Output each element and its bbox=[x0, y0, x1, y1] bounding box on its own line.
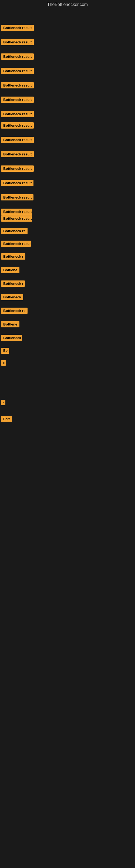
bottleneck-label-row-15: Bottleneck result bbox=[1, 215, 32, 223]
bottleneck-label-5: Bottleneck result bbox=[1, 82, 34, 88]
bottleneck-label-11: Bottleneck result bbox=[1, 165, 34, 172]
bottleneck-label-24: Bottleneck bbox=[1, 335, 22, 341]
bottleneck-label-row-19: Bottlene bbox=[1, 267, 19, 274]
bottleneck-label-17: Bottleneck result bbox=[1, 241, 31, 247]
bottleneck-label-1: Bottleneck result bbox=[1, 25, 34, 31]
bottleneck-label-row-9: Bottleneck result bbox=[1, 137, 34, 144]
bottleneck-label-14: Bottleneck result bbox=[1, 209, 32, 215]
bottleneck-label-row-2: Bottleneck result bbox=[1, 39, 34, 46]
bottleneck-label-row-16: Bottleneck re bbox=[1, 228, 28, 235]
bottleneck-label-21: Bottleneck bbox=[1, 294, 23, 300]
bottleneck-label-15: Bottleneck result bbox=[1, 215, 32, 222]
bottleneck-label-13: Bottleneck result bbox=[1, 194, 34, 200]
bottleneck-label-6: Bottleneck result bbox=[1, 97, 34, 103]
bottleneck-label-25: Bo bbox=[1, 348, 9, 354]
bottleneck-label-row-25: Bo bbox=[1, 348, 9, 355]
bottleneck-label-row-28: · bbox=[1, 400, 5, 406]
bottleneck-label-18: Bottleneck r bbox=[1, 253, 26, 259]
bottleneck-label-29: Bott bbox=[1, 416, 12, 422]
bottleneck-label-23: Bottlene bbox=[1, 321, 19, 328]
bottleneck-label-row-5: Bottleneck result bbox=[1, 82, 34, 90]
bottleneck-label-8: Bottleneck result bbox=[1, 122, 34, 129]
site-title: TheBottlenecker.com bbox=[0, 0, 135, 9]
bottleneck-label-row-14: Bottleneck result bbox=[1, 209, 32, 216]
bottleneck-label-19: Bottlene bbox=[1, 267, 19, 273]
bottleneck-label-row-20: Bottleneck r bbox=[1, 280, 25, 288]
bottleneck-label-7: Bottleneck result bbox=[1, 111, 34, 117]
bottleneck-label-10: Bottleneck result bbox=[1, 151, 34, 157]
bottleneck-label-row-21: Bottleneck bbox=[1, 294, 23, 301]
bottleneck-label-row-26: B bbox=[1, 360, 6, 367]
bottleneck-label-row-1: Bottleneck result bbox=[1, 25, 34, 32]
bottleneck-label-9: Bottleneck result bbox=[1, 137, 34, 143]
bottleneck-label-26: B bbox=[1, 360, 6, 366]
bottleneck-label-row-17: Bottleneck result bbox=[1, 241, 31, 248]
bottleneck-label-2: Bottleneck result bbox=[1, 39, 34, 45]
bottleneck-label-20: Bottleneck r bbox=[1, 280, 25, 287]
bottleneck-label-row-3: Bottleneck result bbox=[1, 54, 34, 61]
bottleneck-label-3: Bottleneck result bbox=[1, 54, 34, 60]
bottleneck-label-row-23: Bottlene bbox=[1, 321, 19, 329]
bottleneck-label-row-8: Bottleneck result bbox=[1, 122, 34, 130]
bottleneck-label-row-29: Bott bbox=[1, 416, 12, 423]
bottleneck-label-row-11: Bottleneck result bbox=[1, 165, 34, 173]
bottleneck-label-row-6: Bottleneck result bbox=[1, 97, 34, 104]
bottleneck-label-row-13: Bottleneck result bbox=[1, 194, 34, 202]
bottleneck-label-row-24: Bottleneck bbox=[1, 335, 22, 342]
bottleneck-label-row-18: Bottleneck r bbox=[1, 253, 26, 261]
bottleneck-label-28: · bbox=[1, 400, 5, 405]
bottleneck-label-row-12: Bottleneck result bbox=[1, 180, 34, 187]
bottleneck-label-22: Bottleneck re bbox=[1, 308, 28, 314]
bottleneck-label-row-7: Bottleneck result bbox=[1, 111, 34, 118]
bottleneck-label-row-10: Bottleneck result bbox=[1, 151, 34, 158]
bottleneck-label-row-4: Bottleneck result bbox=[1, 68, 34, 75]
bottleneck-label-4: Bottleneck result bbox=[1, 68, 34, 74]
bottleneck-label-16: Bottleneck re bbox=[1, 228, 28, 234]
bottleneck-label-row-22: Bottleneck re bbox=[1, 308, 28, 315]
bottleneck-label-12: Bottleneck result bbox=[1, 180, 34, 186]
